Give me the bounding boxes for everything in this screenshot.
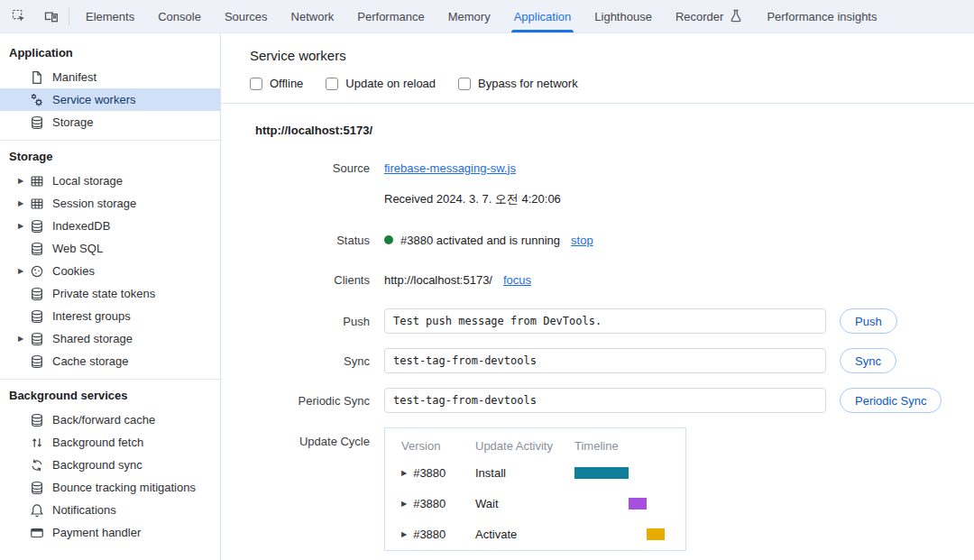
sidebar-item-cookies[interactable]: ▶ Cookies bbox=[0, 260, 220, 282]
sync-button[interactable]: Sync bbox=[840, 348, 896, 373]
checkbox-row: Offline Update on reload Bypass for netw… bbox=[250, 77, 974, 103]
toolbar-separator bbox=[69, 7, 69, 25]
version-cell: #3880 bbox=[413, 497, 446, 510]
sidebar-item-indexeddb[interactable]: ▶ IndexedDB bbox=[0, 215, 220, 237]
timeline-cell bbox=[574, 467, 685, 479]
tab-elements[interactable]: Elements bbox=[74, 0, 146, 32]
service-worker-details: http://localhost:5173/ Source firebase-m… bbox=[221, 124, 974, 551]
sidebar-section-application: Application bbox=[0, 37, 220, 66]
column-header-version: Version bbox=[401, 439, 475, 457]
tab-sources[interactable]: Sources bbox=[213, 0, 280, 32]
expand-triangle-icon[interactable]: ▶ bbox=[401, 500, 407, 508]
periodic-sync-button[interactable]: Periodic Sync bbox=[840, 388, 942, 413]
sidebar-item-web-sql[interactable]: Web SQL bbox=[0, 237, 220, 260]
sync-row: Sync Sync bbox=[255, 348, 974, 373]
application-sidebar: Application Manifest Service workers Sto… bbox=[0, 33, 221, 560]
tab-performance[interactable]: Performance bbox=[345, 0, 436, 32]
sidebar-item-bounce-tracking-mitigations[interactable]: Bounce tracking mitigations bbox=[0, 476, 220, 499]
expand-triangle-icon[interactable]: ▶ bbox=[18, 222, 30, 230]
push-input[interactable] bbox=[384, 308, 826, 334]
sync-input[interactable] bbox=[384, 348, 826, 373]
tab-label: Application bbox=[514, 10, 572, 23]
column-header-update-activity: Update Activity bbox=[475, 439, 574, 457]
sidebar-item-notifications[interactable]: Notifications bbox=[0, 499, 220, 521]
push-row: Push Push bbox=[255, 308, 974, 334]
sidebar-item-label: Service workers bbox=[52, 93, 135, 106]
sync-icon bbox=[30, 458, 44, 473]
sidebar-section-storage: Storage bbox=[0, 141, 220, 170]
cookie-icon bbox=[30, 264, 44, 279]
tab-console[interactable]: Console bbox=[146, 0, 213, 32]
push-button[interactable]: Push bbox=[840, 308, 897, 334]
update-cycle-label: Update Cycle bbox=[255, 427, 370, 448]
sidebar-item-label: Notifications bbox=[52, 503, 116, 517]
tab-label: Sources bbox=[225, 10, 268, 23]
received-timestamp: Received 2024. 3. 7. 오전 4:20:06 bbox=[384, 191, 561, 207]
payment-card-icon bbox=[30, 526, 44, 540]
table-icon bbox=[30, 174, 44, 188]
bypass-for-network-checkbox[interactable]: Bypass for network bbox=[458, 77, 578, 90]
sidebar-item-label: IndexedDB bbox=[52, 219, 110, 233]
source-label: Source bbox=[255, 161, 370, 175]
sidebar-item-shared-storage[interactable]: ▶ Shared storage bbox=[0, 327, 220, 350]
sidebar-item-interest-groups[interactable]: Interest groups bbox=[0, 305, 220, 327]
received-row: Received 2024. 3. 7. 오전 4:20:06 bbox=[255, 191, 974, 207]
checkbox-box[interactable] bbox=[458, 78, 471, 90]
tab-application[interactable]: Application bbox=[502, 0, 583, 32]
origin-heading: http://localhost:5173/ bbox=[255, 124, 974, 137]
update-on-reload-checkbox[interactable]: Update on reload bbox=[326, 77, 436, 90]
version-cell: #3880 bbox=[413, 528, 446, 541]
service-workers-panel: Service workers Offline Update on reload… bbox=[221, 33, 974, 560]
devtools-window: Elements Console Sources Network Perform… bbox=[0, 0, 974, 560]
sidebar-item-payment-handler[interactable]: Payment handler bbox=[0, 521, 220, 544]
timeline-cell bbox=[574, 498, 685, 510]
tab-network[interactable]: Network bbox=[280, 0, 346, 32]
devtools-tabbar: Elements Console Sources Network Perform… bbox=[0, 0, 974, 33]
sidebar-item-label: Interest groups bbox=[52, 309, 131, 323]
sidebar-item-background-sync[interactable]: Background sync bbox=[0, 454, 220, 476]
sidebar-item-service-workers[interactable]: Service workers bbox=[0, 88, 220, 111]
inspect-element-icon[interactable] bbox=[8, 5, 30, 27]
source-row: Source firebase-messaging-sw.js bbox=[255, 161, 974, 175]
expand-triangle-icon[interactable]: ▶ bbox=[401, 469, 407, 477]
database-icon bbox=[30, 413, 44, 427]
periodic-sync-input[interactable] bbox=[384, 388, 826, 413]
expand-triangle-icon[interactable]: ▶ bbox=[401, 530, 407, 538]
expand-triangle-icon[interactable]: ▶ bbox=[18, 199, 30, 207]
stop-link[interactable]: stop bbox=[571, 234, 593, 247]
device-toolbar-icon[interactable] bbox=[41, 5, 62, 27]
expand-triangle-icon[interactable]: ▶ bbox=[18, 267, 30, 275]
offline-checkbox[interactable]: Offline bbox=[250, 77, 303, 90]
sidebar-item-label: Payment handler bbox=[52, 526, 141, 539]
table-icon bbox=[30, 197, 44, 211]
sidebar-item-back-forward-cache[interactable]: Back/forward cache bbox=[0, 409, 220, 431]
document-icon bbox=[30, 70, 44, 85]
focus-link[interactable]: focus bbox=[503, 273, 531, 287]
checkbox-box[interactable] bbox=[250, 78, 262, 90]
sidebar-item-local-storage[interactable]: ▶ Local storage bbox=[0, 170, 220, 192]
timeline-bar bbox=[574, 467, 629, 479]
expand-triangle-icon[interactable]: ▶ bbox=[18, 177, 30, 185]
expand-triangle-icon[interactable]: ▶ bbox=[18, 335, 30, 343]
tab-lighthouse[interactable]: Lighthouse bbox=[583, 0, 664, 32]
sidebar-item-private-state-tokens[interactable]: Private state tokens bbox=[0, 282, 220, 305]
push-label: Push bbox=[255, 315, 370, 328]
sidebar-item-manifest[interactable]: Manifest bbox=[0, 66, 220, 88]
activity-cell: Install bbox=[475, 466, 574, 480]
checkbox-box[interactable] bbox=[326, 78, 338, 90]
sidebar-item-cache-storage[interactable]: Cache storage bbox=[0, 350, 220, 372]
source-file-link[interactable]: firebase-messaging-sw.js bbox=[384, 161, 516, 175]
tab-memory[interactable]: Memory bbox=[436, 0, 502, 32]
database-icon bbox=[30, 287, 44, 301]
gears-icon bbox=[30, 93, 44, 107]
table-row: ▶ #3880 Activate bbox=[401, 519, 685, 549]
sidebar-item-background-fetch[interactable]: Background fetch bbox=[0, 431, 220, 454]
sidebar-item-storage[interactable]: Storage bbox=[0, 111, 220, 133]
tab-performance-insights[interactable]: Performance insights bbox=[755, 0, 888, 32]
sidebar-item-label: Shared storage bbox=[52, 332, 133, 345]
sidebar-section-background-services: Background services bbox=[0, 380, 220, 409]
database-icon bbox=[30, 332, 44, 346]
tab-recorder[interactable]: Recorder bbox=[664, 0, 755, 32]
sidebar-item-session-storage[interactable]: ▶ Session storage bbox=[0, 192, 220, 215]
arrows-up-down-icon bbox=[30, 436, 44, 450]
